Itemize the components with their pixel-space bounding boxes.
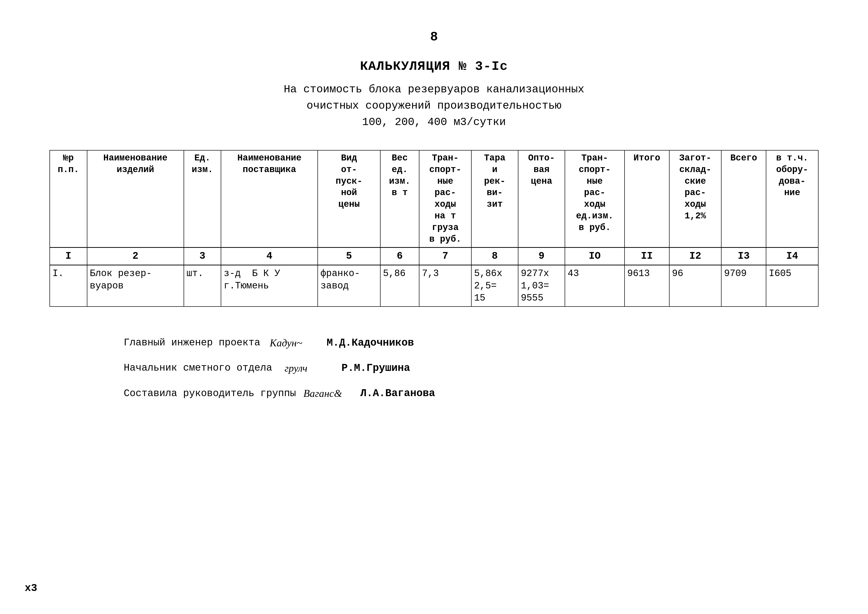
col-num-3: 3 [184,247,221,265]
group-leader-handwriting: Ваганс& [303,382,353,405]
page: 8 КАЛЬКУЛЯЦИЯ № 3-Ic На стоимость блока … [0,0,868,614]
cell-row1-equipment: I605 [766,265,818,306]
page-number: 8 [50,30,818,44]
table-row: I. Блок резер-вуаров шт. з-д Б К Уг.Тюме… [50,265,818,306]
col-header-10: Тран-спорт-ныерас-ходыед.изм.в руб. [565,150,625,247]
col-header-7: Тран-спорт-ныерас-ходына тгрузав руб. [419,150,471,247]
col-num-1: I [50,247,87,265]
cell-row1-warehouse: 96 [669,265,722,306]
cell-row1-total: 9613 [625,265,669,306]
col-num-5: 5 [318,247,380,265]
col-num-11: II [625,247,669,265]
cell-row1-pricetype: франко-завод [318,265,380,306]
table-header-row: №рп.п. Наименованиеизделий Ед.изм. Наиме… [50,150,818,247]
chief-engineer-handwriting: Кадун~ [270,331,319,354]
cell-row1-transport-unit: 43 [565,265,625,306]
col-header-2: Наименованиеизделий [87,150,184,247]
bottom-label: х3 [25,582,37,594]
chief-engineer-name: М.Д.Кадочников [327,331,414,354]
document-subtitle: На стоимость блока резервуаров канализац… [50,81,818,130]
cell-row1-tara: 5,86х2,5=15 [471,265,518,306]
col-header-1: №рп.п. [50,150,87,247]
col-num-8: 8 [471,247,518,265]
chief-engineer-title: Главный инженер проекта [124,332,262,354]
col-header-12: Загот-склад-скиерас-ходы1,2% [669,150,722,247]
col-header-8: Тараирек-ви-зит [471,150,518,247]
department-head-handwriting: грулч [285,357,334,379]
col-header-11: Итого [625,150,669,247]
cell-row1-weight: 5,86 [380,265,419,306]
cell-row1-unit: шт. [184,265,221,306]
col-num-7: 7 [419,247,471,265]
main-table-container: №рп.п. Наименованиеизделий Ед.изм. Наиме… [50,150,818,307]
col-num-13: I3 [721,247,766,265]
col-header-3: Ед.изм. [184,150,221,247]
cell-row1-alltotal: 9709 [721,265,766,306]
col-header-9: Опто-ваяцена [518,150,565,247]
signature-chief-engineer: Главный инженер проекта Кадун~ М.Д.Кадоч… [124,331,818,354]
col-num-10: IO [565,247,625,265]
col-header-5: Видот-пуск-нойцены [318,150,380,247]
col-header-6: Весед.изм.в т [380,150,419,247]
cell-row1-num: I. [50,265,87,306]
group-leader-name: Л.А.Ваганова [360,382,435,405]
col-num-6: 6 [380,247,419,265]
calculation-table: №рп.п. Наименованиеизделий Ед.изм. Наиме… [50,150,818,307]
col-header-14: в т.ч.обору-дова-ние [766,150,818,247]
column-number-row: I 2 3 4 5 6 7 8 9 IO II I2 I3 I4 [50,247,818,265]
cell-row1-transport: 7,3 [419,265,471,306]
cell-row1-name: Блок резер-вуаров [87,265,184,306]
document-title: КАЛЬКУЛЯЦИЯ № 3-Ic [50,59,818,74]
signatures-block: Главный инженер проекта Кадун~ М.Д.Кадоч… [124,331,818,405]
cell-row1-supplier: з-д Б К Уг.Тюмень [221,265,318,306]
cell-row1-optprice: 9277х1,03=9555 [518,265,565,306]
col-header-4: Наименованиепоставщика [221,150,318,247]
signature-group-leader: Составила руководитель группы Ваганс& Л.… [124,382,818,405]
col-header-13: Всего [721,150,766,247]
col-num-9: 9 [518,247,565,265]
col-num-14: I4 [766,247,818,265]
department-head-title: Начальник сметного отдела [124,357,272,379]
department-head-name: Р.М.Грушина [341,357,410,379]
col-num-2: 2 [87,247,184,265]
col-num-12: I2 [669,247,722,265]
group-leader-title: Составила руководитель группы [124,383,296,404]
signature-department-head: Начальник сметного отдела грулч Р.М.Груш… [124,357,818,379]
col-num-4: 4 [221,247,318,265]
